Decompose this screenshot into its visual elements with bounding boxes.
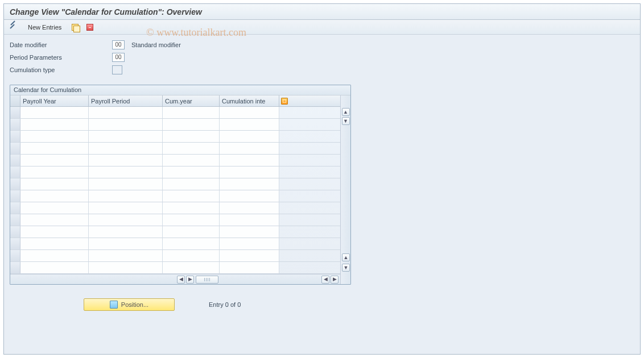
col-payroll-period[interactable]: Payroll Period — [89, 95, 163, 106]
cell[interactable] — [163, 250, 220, 261]
cell[interactable] — [163, 119, 220, 130]
scroll-left-end-button[interactable]: ◀ — [321, 276, 329, 284]
cell[interactable] — [89, 131, 163, 142]
row-selector[interactable] — [10, 107, 20, 118]
row-selector[interactable] — [10, 143, 20, 154]
row-selector[interactable] — [10, 238, 20, 249]
row-selector[interactable] — [10, 226, 20, 238]
cell[interactable] — [220, 131, 279, 142]
cell[interactable] — [220, 214, 279, 226]
cell[interactable] — [89, 178, 163, 190]
cell[interactable] — [89, 143, 163, 154]
cell[interactable] — [20, 131, 89, 142]
cell[interactable] — [20, 155, 89, 166]
cell[interactable] — [220, 178, 279, 190]
row-selector[interactable] — [10, 155, 20, 166]
cell[interactable] — [163, 143, 220, 154]
table-row[interactable] — [10, 202, 340, 214]
cell[interactable] — [89, 107, 163, 118]
date-modifier-field[interactable]: 00 — [112, 40, 125, 49]
cell[interactable] — [89, 166, 163, 178]
row-selector[interactable] — [10, 166, 20, 178]
table-row[interactable] — [10, 178, 340, 190]
col-cum-year[interactable]: Cum.year — [163, 95, 220, 106]
table-row[interactable] — [10, 226, 340, 238]
cell[interactable] — [20, 119, 89, 130]
row-selector[interactable] — [10, 250, 20, 261]
cell[interactable] — [220, 155, 279, 166]
cell[interactable] — [89, 226, 163, 238]
change-button[interactable] — [7, 22, 20, 33]
scroll-up-button[interactable]: ▲ — [342, 108, 350, 116]
scroll-right-button[interactable]: ▶ — [186, 276, 194, 284]
cell[interactable] — [220, 119, 279, 130]
cell[interactable] — [89, 262, 163, 273]
cell[interactable] — [220, 166, 279, 178]
delete-button[interactable] — [84, 22, 96, 33]
cell[interactable] — [220, 190, 279, 202]
table-row[interactable] — [10, 166, 340, 178]
configure-columns-button[interactable] — [279, 95, 290, 106]
cell[interactable] — [220, 250, 279, 261]
cell[interactable] — [220, 262, 279, 273]
cell[interactable] — [163, 262, 220, 273]
cell[interactable] — [20, 202, 89, 214]
col-cumulation-inte[interactable]: Cumulation inte — [220, 95, 279, 106]
cumulation-type-field[interactable] — [112, 65, 122, 74]
row-selector[interactable] — [10, 178, 20, 190]
cell[interactable] — [220, 226, 279, 238]
cell[interactable] — [163, 178, 220, 190]
cell[interactable] — [163, 214, 220, 226]
row-selector[interactable] — [10, 214, 20, 226]
cell[interactable] — [20, 262, 89, 273]
scroll-right-end-button[interactable]: ▶ — [331, 276, 338, 284]
cell[interactable] — [20, 226, 89, 238]
scroll-up-end-button[interactable]: ▲ — [342, 253, 350, 261]
cell[interactable] — [20, 238, 89, 249]
cell[interactable] — [20, 214, 89, 226]
cell[interactable] — [89, 190, 163, 202]
position-button[interactable]: Position... — [84, 298, 175, 311]
col-payroll-year[interactable]: Payroll Year — [20, 95, 89, 106]
table-row[interactable] — [10, 119, 340, 131]
row-selector[interactable] — [10, 202, 20, 214]
cell[interactable] — [89, 214, 163, 226]
cell[interactable] — [163, 238, 220, 249]
cell[interactable] — [20, 107, 89, 118]
scroll-thumb[interactable] — [196, 276, 218, 284]
scroll-down-end-button[interactable]: ▼ — [342, 264, 350, 272]
cell[interactable] — [220, 202, 279, 214]
row-selector[interactable] — [10, 190, 20, 202]
cell[interactable] — [20, 143, 89, 154]
table-row[interactable] — [10, 238, 340, 250]
cell[interactable] — [220, 143, 279, 154]
cell[interactable] — [20, 178, 89, 190]
table-row[interactable] — [10, 250, 340, 262]
cell[interactable] — [163, 226, 220, 238]
cell[interactable] — [163, 190, 220, 202]
row-selector[interactable] — [10, 131, 20, 142]
cell[interactable] — [220, 238, 279, 249]
cell[interactable] — [89, 202, 163, 214]
cell[interactable] — [163, 131, 220, 142]
table-row[interactable] — [10, 190, 340, 202]
table-row[interactable] — [10, 143, 340, 155]
table-row[interactable] — [10, 262, 340, 274]
cell[interactable] — [89, 119, 163, 130]
new-entries-button[interactable]: New Entries — [23, 22, 66, 33]
table-row[interactable] — [10, 214, 340, 226]
copy-button[interactable] — [69, 22, 81, 33]
cell[interactable] — [163, 166, 220, 178]
cell[interactable] — [20, 190, 89, 202]
cell[interactable] — [163, 202, 220, 214]
table-row[interactable] — [10, 107, 340, 119]
cell[interactable] — [163, 155, 220, 166]
row-selector[interactable] — [10, 262, 20, 273]
period-params-field[interactable]: 00 — [112, 53, 125, 62]
cell[interactable] — [220, 107, 279, 118]
row-selector[interactable] — [10, 119, 20, 130]
select-all-column[interactable] — [10, 95, 20, 106]
scroll-left-button[interactable]: ◀ — [177, 276, 185, 284]
cell[interactable] — [163, 107, 220, 118]
scroll-down-button[interactable]: ▼ — [342, 117, 350, 125]
